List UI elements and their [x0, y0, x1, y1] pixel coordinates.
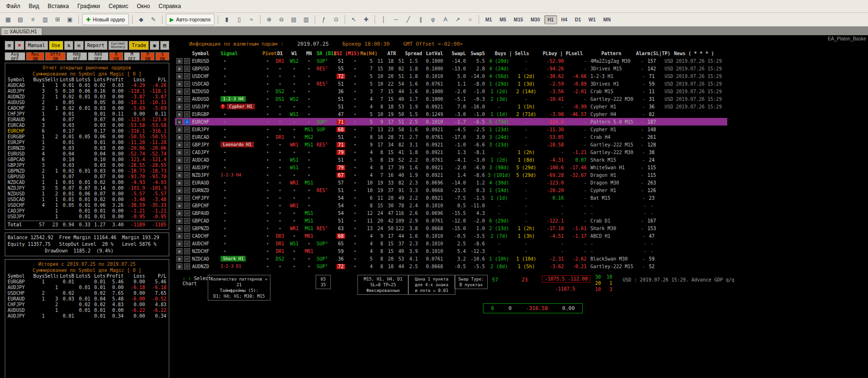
journal-button[interactable]: ▤: [160, 41, 169, 50]
autotrade-button[interactable]: ▶Авто-торговля: [166, 14, 214, 25]
arrow-tool-icon[interactable]: ↗: [452, 14, 463, 25]
timeframe-M5[interactable]: M5: [496, 15, 510, 24]
chart-select-checkbox[interactable]: ▦: [176, 81, 183, 87]
pair-enabled-checkbox[interactable]: ✓: [184, 134, 190, 140]
pair-enabled-checkbox[interactable]: ✓: [184, 149, 190, 155]
current-history-button[interactable]: Current History: [108, 41, 128, 50]
chart-select-checkbox[interactable]: ▦: [176, 210, 183, 216]
chart-select-checkbox[interactable]: ▦: [176, 111, 183, 117]
pair-enabled-checkbox[interactable]: ✓: [184, 248, 190, 254]
pair-enabled-checkbox[interactable]: ✓: [184, 81, 190, 87]
pair-enabled-checkbox[interactable]: ✓: [184, 126, 190, 133]
line-chart-icon[interactable]: ≈: [246, 14, 257, 25]
expert-advisors-icon[interactable]: ◆: [135, 14, 147, 25]
toggle-s-on[interactable]: S ON: [155, 52, 169, 60]
pair-row-EURAUD[interactable]: ▦✓EURAUD•••WR1MS157•101933822.30.0696-14…: [175, 179, 727, 186]
pair-enabled-checkbox[interactable]: ✓: [184, 210, 190, 216]
market-watch-icon[interactable]: ≡: [27, 14, 39, 25]
chart-select-checkbox[interactable]: ▦: [176, 165, 183, 171]
cursor-icon[interactable]: ↖: [348, 14, 359, 25]
zoom-in-icon[interactable]: ⊕: [263, 14, 275, 25]
channel-icon[interactable]: ∥: [415, 14, 426, 25]
chart-select-checkbox[interactable]: ▦: [176, 104, 183, 110]
pair-row-GBPAUD[interactable]: ▦✓GBPAUD••••MS154•1224471162.60.0696-15.…: [175, 209, 727, 217]
toggle-rec-on[interactable]: Rec ON: [26, 52, 44, 60]
terminal-icon[interactable]: ▣: [64, 14, 76, 25]
chart-select-checkbox[interactable]: ▦: [176, 225, 183, 232]
new-chart-icon[interactable]: ▦: [2, 14, 14, 25]
pair-row-NZDCHF[interactable]: ▦✓NZDCHF••DR1•MR159•4815403.90.10105.4-1…: [175, 247, 727, 255]
chart-select-checkbox[interactable]: ▦: [176, 195, 183, 201]
crosshair-icon[interactable]: ✚: [360, 14, 372, 25]
periods-icon[interactable]: ⊙: [330, 14, 342, 25]
timeframe-M15[interactable]: M15: [511, 15, 526, 24]
pair-enabled-checkbox[interactable]: ✓: [184, 96, 190, 102]
timeframe-M30[interactable]: M30: [527, 15, 543, 24]
chart-select-checkbox[interactable]: ▦: [176, 256, 183, 262]
vertical-line-icon[interactable]: │: [378, 14, 389, 25]
pair-enabled-checkbox[interactable]: ✓: [184, 104, 190, 110]
pair-enabled-checkbox[interactable]: ✓: [184, 218, 190, 224]
chart-select-checkbox[interactable]: ▦: [176, 248, 183, 254]
mail-button[interactable]: ✉: [74, 41, 83, 50]
toggle-avg-off[interactable]: Avg OFF: [5, 52, 25, 60]
view-button[interactable]: ◉: [150, 41, 159, 50]
pair-row-CADJPY[interactable]: ▦✓CADJPY•••••79•4815411.80.09211.3-8.1-1…: [175, 148, 727, 156]
bar-chart-icon[interactable]: ▮: [221, 14, 232, 25]
chart-tab-xauusd[interactable]: ◫ XAUUSD,H1: [1, 28, 42, 35]
chart-select-checkbox[interactable]: ▦: [176, 66, 183, 72]
indicators-icon[interactable]: ƒ: [318, 14, 329, 25]
horizontal-line-icon[interactable]: ─: [390, 14, 402, 25]
menu-item-Вид[interactable]: Вид: [25, 1, 44, 11]
pair-enabled-checkbox[interactable]: ✓: [184, 157, 190, 163]
zoom-out-icon[interactable]: ⊖: [276, 14, 287, 25]
chart-select-checkbox[interactable]: ▦: [176, 157, 183, 163]
pair-enabled-checkbox[interactable]: ✓: [184, 73, 190, 79]
data-window-icon[interactable]: ▥: [39, 14, 51, 25]
pair-enabled-checkbox[interactable]: ✓: [184, 111, 190, 117]
pair-row-EURNZD[interactable]: ▦✓EURNZD•••••RESt51•101937913.30.0668-23…: [175, 186, 727, 194]
pair-enabled-checkbox[interactable]: ✓: [184, 187, 190, 194]
toggle-hdg-off[interactable]: Hdg OFF: [67, 52, 87, 60]
toggle-m-off[interactable]: M OFF: [124, 52, 140, 60]
manual-button[interactable]: Manual: [25, 41, 48, 50]
chart-select-checkbox[interactable]: ▦: [176, 241, 183, 247]
pair-row-NZDUSD[interactable]: ▦✓NZDUSD••DS2••36•3715441.60.1000-2.0-1.…: [175, 87, 727, 95]
menu-item-Вставка[interactable]: Вставка: [43, 1, 73, 11]
menu-item-Справка[interactable]: Справка: [154, 1, 185, 11]
chart-select-checkbox[interactable]: ▦: [176, 142, 183, 148]
chart-select-checkbox[interactable]: ▦: [176, 73, 183, 79]
timeframe-MN[interactable]: MN: [600, 15, 614, 24]
pair-enabled-checkbox[interactable]: ✓: [184, 142, 190, 148]
pair-enabled-checkbox[interactable]: ✓: [184, 172, 190, 178]
pair-row-EURCHF[interactable]: ▦✓EURCHF•••••SUPv71•5917512.50.1010-1.7-…: [175, 118, 727, 126]
pair-enabled-checkbox[interactable]: ✓: [184, 203, 190, 209]
pair-enabled-checkbox[interactable]: ✓: [184, 180, 190, 186]
shapes-icon[interactable]: ○: [464, 14, 476, 25]
pair-row-GBPCHF[interactable]: ▦✓GBPCHF•••WR1•54•81530782.40.10100.5-11…: [175, 202, 727, 209]
pair-row-EURCAD[interactable]: ▦✓EURCAD••DR1•MS251•81628712.70.0761-17.…: [175, 133, 727, 141]
toggle-p-on[interactable]: P ON: [141, 52, 154, 60]
tile-vertical-icon[interactable]: ▥: [300, 14, 312, 25]
pair-row-AUDJPY[interactable]: ▦✓AUDJPY•••WS1•79•4817391.60.0921-2.0-6.…: [175, 164, 727, 171]
pair-row-EURUSD[interactable]: ▦✓EURUSD••DR1WS2•SUPt51•51118511.50.1000…: [175, 57, 727, 65]
pair-row-NZDCAD[interactable]: ▦✓NZDCADShark H1•DS2••SUPt36•5820534.10.…: [175, 255, 727, 262]
select-chart-control[interactable]: ⇧ ⇧ Select Chart: [183, 276, 211, 286]
chart-select-checkbox[interactable]: ▦: [176, 218, 183, 224]
pair-row-USDCAD[interactable]: ▦✓USDCAD•••••RESt51•51022541.60.07611.1-…: [175, 80, 727, 87]
pair-row-AUDNZD[interactable]: ▦✓AUDNZD1-2-3 D1••••SUPt72•4818442.50.06…: [175, 262, 727, 270]
pair-row-AUDCAD[interactable]: ▦✓AUDCAD•••WS1•51•5819522.20.0761-4.1-3.…: [175, 156, 727, 164]
chart-select-checkbox[interactable]: ▦: [176, 119, 183, 125]
pair-enabled-checkbox[interactable]: ✓: [184, 165, 190, 171]
pair-row-GBPNZD[interactable]: ▦✓GBPNZD•••WR1MS1RESt63•1324501223.80.06…: [175, 224, 727, 232]
pair-row-GBPJPY[interactable]: ▦✓GBPJPYLeonardo H1••WR1MS1RESt71•917348…: [175, 141, 727, 148]
pair-enabled-checkbox[interactable]: ✓: [184, 195, 190, 201]
pair-row-NZDJPY[interactable]: ▦✓NZDJPY1-2-3 H4••••67•4716401.90.09211.…: [175, 171, 727, 179]
timeframe-W1[interactable]: W1: [585, 15, 599, 24]
pair-row-EURGBP[interactable]: ▦✓EURGBP•••WS1•47•51019501.50.1249-3.0-1…: [175, 110, 727, 118]
use-button[interactable]: Use: [49, 41, 63, 50]
chart-select-checkbox[interactable]: ▦: [176, 88, 183, 95]
pair-enabled-checkbox[interactable]: ✓: [184, 241, 190, 247]
trendline-icon[interactable]: ╱: [403, 14, 414, 25]
report-button[interactable]: Report: [85, 41, 107, 50]
